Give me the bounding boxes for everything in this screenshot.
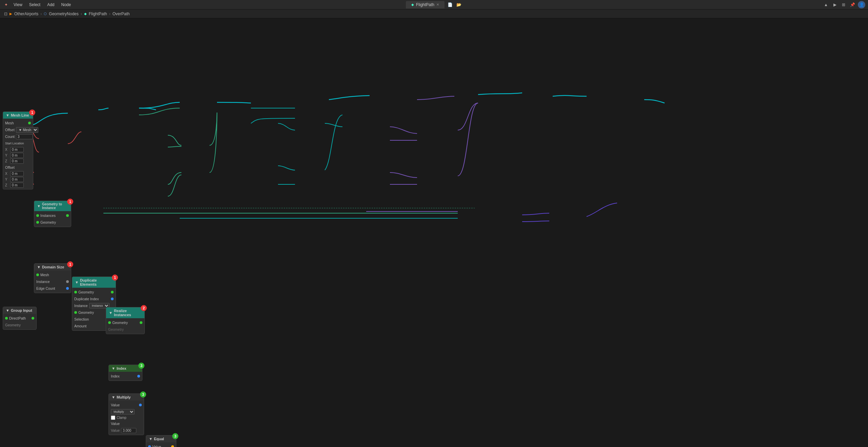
breadcrumb-flightpath[interactable]: FlightPath [89, 12, 107, 16]
node-domain-size-header[interactable]: ▼ Domain Size [34, 264, 71, 270]
oy-input[interactable] [10, 177, 24, 182]
index-3-body: Index [109, 372, 142, 381]
count-input[interactable] [16, 134, 33, 139]
badge-geo: 1 [67, 199, 73, 205]
socket-dup-geo-in [74, 291, 77, 293]
user-icon[interactable]: 👤 [858, 1, 865, 8]
realize-title: Realize Instances [114, 309, 142, 317]
row-z: Z [5, 159, 31, 164]
x-input[interactable] [10, 147, 24, 152]
row-m3-op: Multiply [111, 409, 142, 415]
socket-geo2-in [36, 221, 39, 224]
scene-icon: ▶ [9, 12, 12, 16]
node-realize-header[interactable]: ▼ Realize Instances [106, 307, 144, 318]
badge-i3: 3 [138, 363, 144, 369]
socket-dup-geo-out [111, 291, 114, 293]
wire-layer [0, 18, 868, 447]
geo-nodes-icon: ⬡ [44, 12, 47, 16]
label-count: Count [5, 135, 15, 139]
node-dup-header[interactable]: ▼ Duplicate Elements [72, 277, 116, 288]
socket-realize-out [140, 321, 142, 324]
row-m3-value: Value [111, 402, 142, 408]
node-realize-instances: ▼ Realize Instances 2 Geometry Geometry [106, 307, 145, 334]
node-equal-3-header[interactable]: ▼ Equal [146, 435, 176, 442]
menu-add[interactable]: Add [44, 2, 57, 8]
dup-title: Duplicate Elements [80, 278, 113, 286]
collapse-realize: ▼ [109, 311, 113, 315]
label-offset: Offset [5, 128, 15, 132]
index-3-title: Index [117, 366, 126, 370]
ox-input[interactable] [10, 171, 24, 176]
label-geometry: Geometry [40, 220, 56, 224]
equal-3-body: Value [146, 442, 176, 447]
y-input[interactable] [10, 153, 24, 158]
row-oy: Y [5, 177, 31, 182]
close-icon[interactable]: ✕ [436, 3, 439, 6]
top-bar-right: ▲ ▶ ⊞ 📌 👤 [823, 1, 865, 8]
breadcrumb-overpath[interactable]: OverPath [113, 12, 130, 16]
socket-geo-in [36, 214, 39, 217]
label-mesh: Mesh [5, 121, 14, 125]
pin-icon[interactable]: 📌 [849, 1, 856, 8]
label-x: X [5, 148, 9, 151]
menu-select[interactable]: Select [26, 2, 43, 8]
socket-mesh-out [28, 122, 31, 124]
node-canvas[interactable]: ▼ Mesh Line 1 Mesh Offset ▼ Mesh Count S… [0, 18, 868, 447]
node-group-input-1-header[interactable]: ▼ Group Input [3, 307, 36, 314]
row-offset: Offset ▼ Mesh [5, 127, 31, 133]
collapse-m3: ▼ [112, 395, 115, 399]
new-file-icon[interactable]: 📄 [447, 1, 453, 8]
menu-view[interactable]: View [11, 2, 25, 8]
z-input[interactable] [10, 159, 24, 164]
socket-eq3-in [148, 445, 151, 447]
domain-size-title: Domain Size [42, 265, 64, 269]
m3-clamp-cb[interactable] [111, 415, 115, 420]
badge-realize: 2 [141, 305, 147, 311]
equal-3-title: Equal [154, 437, 164, 441]
node-multiply-3-header[interactable]: ▼ Multiply [109, 394, 144, 401]
node-editor-icon: ◆ [411, 3, 414, 6]
breadcrumb-other-airports[interactable]: OtherAirports [14, 12, 38, 16]
m3-val2-input[interactable] [121, 428, 136, 433]
label-m3-value: Value [111, 403, 120, 407]
row-ds-mesh: Mesh [36, 272, 69, 278]
m3-op-dropdown[interactable]: Multiply [111, 409, 135, 414]
collapse-icon-ds: ▼ [37, 265, 41, 269]
label-ds-instance: Instance [36, 280, 50, 284]
breadcrumb-geometry-nodes[interactable]: GeometryNodes [49, 12, 78, 16]
menu-node[interactable]: Node [59, 2, 74, 8]
socket-m3-out [139, 404, 142, 406]
label-eq3: Value [152, 445, 161, 447]
collapse-icon-2: ▼ [37, 204, 41, 208]
view-icon[interactable]: ⊞ [840, 1, 847, 8]
blender-icon[interactable]: ✦ [3, 1, 9, 8]
collapse-gi1: ▼ [6, 308, 9, 312]
label-ds-mesh: Mesh [40, 273, 49, 277]
offset-dropdown[interactable]: ▼ Mesh [16, 127, 38, 133]
node-index-3-header[interactable]: ▼ Index [109, 365, 142, 372]
render-anim-icon[interactable]: ▶ [831, 1, 838, 8]
node-mesh-line-header[interactable]: ▼ Mesh Line [3, 112, 33, 119]
render-icon[interactable]: ▲ [823, 1, 829, 8]
window-title-area: ◆ FlightPath ✕ 📄 📂 [406, 1, 462, 8]
row-dup-geo: Geometry [74, 289, 114, 295]
label-gi1-directpath: DirectPath [9, 316, 26, 320]
label-dup-sel: Selection [74, 317, 89, 321]
label-ox: X [5, 172, 9, 176]
tab-flightpath[interactable]: ◆ FlightPath ✕ [406, 1, 445, 8]
badge-dup: 1 [112, 275, 118, 281]
row-m3-val2: Value [111, 427, 142, 433]
row-start-location: Start Location [5, 140, 31, 146]
open-file-icon[interactable]: 📂 [455, 1, 462, 8]
node-group-input-1: ▼ Group Input DirectPath Geometry [3, 307, 37, 330]
geo-to-instance-body: Instances Geometry [34, 211, 71, 227]
node-domain-size: ▼ Domain Size 1 Mesh Instance Edge Count [34, 263, 71, 293]
node-multiply-3: ▼ Multiply 3 Value Multiply Clamp Value [108, 393, 144, 435]
home-icon: ⊡ [4, 12, 7, 16]
socket-edge-count-out [66, 287, 69, 290]
badge-1: 1 [29, 109, 35, 116]
row-realize-geo: Geometry [108, 320, 142, 326]
node-geo-to-instance-header[interactable]: ▼ Geometry to Instance [34, 201, 71, 211]
oz-input[interactable] [10, 183, 24, 188]
row-geometry: Geometry [36, 219, 69, 225]
